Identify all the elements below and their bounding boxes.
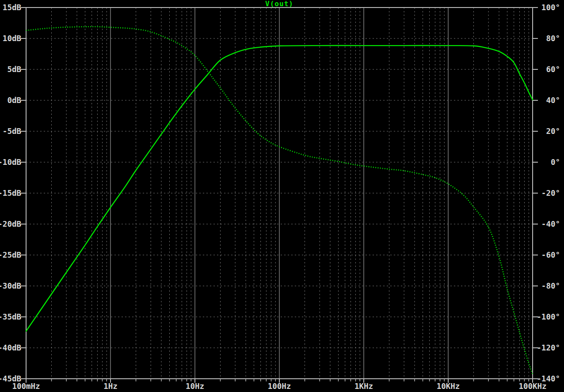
right-axis-tick-label: -120° [537,343,560,352]
right-axis-tick-label: -20° [541,189,560,198]
left-axis-tick-label: -10dB [0,158,21,167]
waveform-viewer: V(out) 15dB10dB5dB0dB-5dB-10dB-15dB-20dB… [0,0,564,392]
left-axis-tick-label: -5dB [3,127,21,136]
left-axis-tick-label: -20dB [0,220,21,228]
right-axis-tick-label: -40° [541,220,560,228]
right-axis-tick-label: 80° [546,34,560,43]
left-axis-tick-label: 10dB [3,34,21,43]
trace-label[interactable]: V(out) [26,0,533,8]
x-axis-tick-label: 100mHz [12,382,40,391]
left-axis-tick-label: -35dB [0,312,21,321]
right-axis-tick-label: -80° [541,282,560,290]
right-axis-tick-label: 0° [551,158,560,167]
left-axis-tick-label: 0dB [7,96,21,105]
x-axis-tick-label: 1Hz [103,382,118,391]
left-axis-tick-label: -25dB [0,251,21,259]
left-axis-tick-label: 5dB [7,65,21,74]
x-axis-tick-label: 100KHz [518,382,546,391]
left-axis-tick-label: 15dB [3,3,21,12]
right-axis-tick-label: 60° [546,65,560,74]
bode-plot-pane[interactable]: 15dB10dB5dB0dB-5dB-10dB-15dB-20dB-25dB-3… [0,0,564,392]
right-axis-tick-label: 20° [546,127,560,136]
left-axis-tick-label: -15dB [0,189,21,198]
x-axis-tick-label: 1KHz [354,382,373,391]
right-axis-tick-label: -100° [537,312,560,321]
right-axis-tick-label: 100° [541,3,560,12]
right-axis-tick-label: 40° [546,96,560,105]
left-axis-tick-label: -30dB [0,282,21,290]
left-axis-tick-label: -40dB [0,343,21,352]
right-axis-tick-label: -60° [541,251,560,259]
x-axis-tick-label: 10Hz [186,382,204,391]
x-axis-tick-label: 100Hz [268,382,291,391]
x-axis-tick-label: 10KHz [437,382,460,391]
